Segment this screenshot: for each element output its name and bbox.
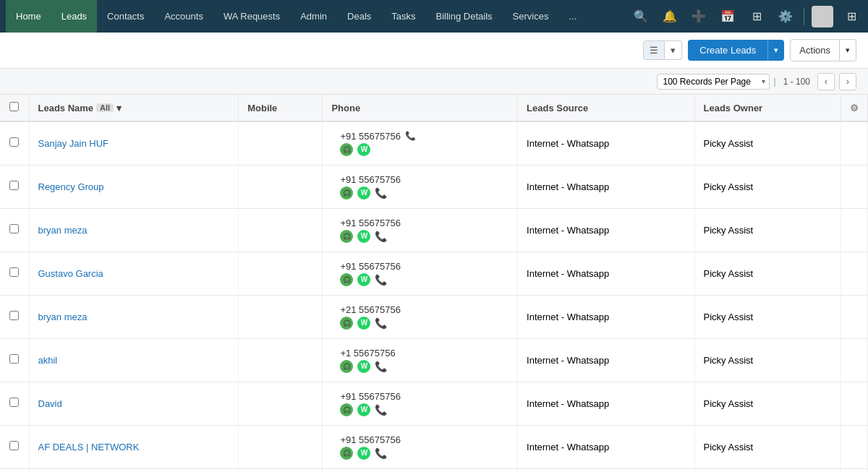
whatsapp-icon-3[interactable]: W xyxy=(357,273,370,286)
row-owner-7: Picky Assist xyxy=(694,425,841,468)
row-actions-7 xyxy=(841,425,868,468)
row-phone-8: +601165458382 🎧 W 📞 xyxy=(323,468,518,472)
lead-name-link-5[interactable]: akhil xyxy=(38,355,58,366)
row-lead-name-7: AF DEALS | NETWORK xyxy=(29,425,239,468)
headset-icon-2[interactable]: 🎧 xyxy=(340,230,353,243)
toolbar: ☰ ▾ Create Leads ▾ Actions ▾ xyxy=(0,33,868,69)
lead-source-6: Internet - Whatsapp xyxy=(527,398,609,409)
phone2-icon-3[interactable]: 📞 xyxy=(375,274,387,286)
headset-icon-0[interactable]: 🎧 xyxy=(340,143,353,156)
nav-item-deals[interactable]: Deals xyxy=(337,0,381,33)
headset-icon-6[interactable]: 🎧 xyxy=(340,403,353,416)
lead-name-link-2[interactable]: bryan meza xyxy=(38,225,88,236)
phone-number-2: +91 55675756 xyxy=(340,218,401,228)
phone2-icon-2[interactable]: 📞 xyxy=(375,231,387,242)
more-label: ... xyxy=(569,11,576,22)
row-checkbox-5 xyxy=(0,338,29,382)
whatsapp-icon-4[interactable]: W xyxy=(357,317,370,330)
apps-icon[interactable]: ⊞ xyxy=(841,6,862,27)
list-view-dropdown[interactable]: ▾ xyxy=(665,40,682,60)
row-select-2[interactable] xyxy=(9,224,19,233)
list-view-button[interactable]: ☰ xyxy=(643,40,665,60)
phone2-icon-4[interactable]: 📞 xyxy=(375,317,387,329)
leads-label: Leads xyxy=(61,11,87,22)
row-select-6[interactable] xyxy=(9,398,19,407)
row-source-2: Internet - Whatsapp xyxy=(518,208,694,252)
lead-source-3: Internet - Whatsapp xyxy=(527,268,609,279)
nav-item-contacts[interactable]: Contacts xyxy=(97,0,154,33)
create-leads-dropdown[interactable]: ▾ xyxy=(767,40,784,61)
nav-item-admin[interactable]: Admin xyxy=(290,0,337,33)
row-owner-4: Picky Assist xyxy=(694,295,841,338)
whatsapp-icon-5[interactable]: W xyxy=(357,360,370,373)
wa-requests-label: WA Requests xyxy=(224,11,280,22)
headset-icon-3[interactable]: 🎧 xyxy=(340,273,353,286)
settings-icon[interactable]: ⚙️ xyxy=(775,6,796,27)
lead-name-link-0[interactable]: Sanjay Jain HUF xyxy=(38,138,109,149)
header-leads-source: Leads Source xyxy=(518,95,694,121)
actions-button[interactable]: Actions xyxy=(790,39,840,61)
nav-item-wa-requests[interactable]: WA Requests xyxy=(213,0,290,33)
lead-owner-7: Picky Assist xyxy=(704,442,754,452)
phone2-icon-1[interactable]: 📞 xyxy=(375,187,387,199)
billing-label: Billing Details xyxy=(436,11,493,22)
nav-item-services[interactable]: Services xyxy=(503,0,559,33)
headset-icon-4[interactable]: 🎧 xyxy=(340,317,353,330)
whatsapp-icon-7[interactable]: W xyxy=(357,447,370,460)
phone-number-3: +91 55675756 xyxy=(340,261,401,272)
headset-icon-1[interactable]: 🎧 xyxy=(340,186,353,199)
whatsapp-icon-6[interactable]: W xyxy=(357,403,370,416)
lead-name-link-6[interactable]: David xyxy=(38,398,62,409)
row-select-1[interactable] xyxy=(9,181,19,190)
whatsapp-icon-0[interactable]: W xyxy=(357,143,370,156)
nav-item-billing[interactable]: Billing Details xyxy=(426,0,503,33)
row-select-4[interactable] xyxy=(9,311,19,320)
table-body: Sanjay Jain HUF +91 55675756 📞 🎧 W Inter… xyxy=(0,121,868,472)
phone2-icon-7[interactable]: 📞 xyxy=(375,447,387,459)
create-leads-button[interactable]: Create Leads xyxy=(688,40,767,61)
headset-icon-7[interactable]: 🎧 xyxy=(340,447,353,460)
search-icon[interactable]: 🔍 xyxy=(630,6,652,27)
select-all-checkbox[interactable] xyxy=(9,102,19,111)
phone-icon-0: 📞 xyxy=(405,131,416,141)
row-select-5[interactable] xyxy=(9,354,19,364)
calendar-icon[interactable]: 📅 xyxy=(717,6,739,27)
row-select-3[interactable] xyxy=(9,267,19,277)
row-select-0[interactable] xyxy=(9,137,19,147)
nav-item-accounts[interactable]: Accounts xyxy=(154,0,213,33)
phone2-icon-5[interactable]: 📞 xyxy=(375,361,387,372)
row-owner-2: Picky Assist xyxy=(694,208,841,252)
nav-item-more[interactable]: ... xyxy=(558,0,587,33)
phone2-icon-6[interactable]: 📞 xyxy=(375,404,387,416)
row-mobile-3 xyxy=(239,252,323,295)
next-page-button[interactable]: › xyxy=(839,73,856,90)
leads-name-filter-badge[interactable]: All xyxy=(96,103,114,112)
headset-icon-5[interactable]: 🎧 xyxy=(340,360,353,373)
row-actions-8 xyxy=(841,468,868,472)
row-select-7[interactable] xyxy=(9,441,19,450)
lead-name-link-7[interactable]: AF DEALS | NETWORK xyxy=(38,442,140,452)
table-header: Leads Name All ▾ Mobile Phone Leads Sour… xyxy=(0,95,868,121)
dashboard-icon[interactable]: ⊞ xyxy=(746,6,767,27)
prev-page-button[interactable]: ‹ xyxy=(817,73,835,90)
leads-name-filter[interactable]: Leads Name All ▾ xyxy=(38,103,122,113)
nav-item-home[interactable]: Home xyxy=(6,0,51,33)
row-source-6: Internet - Whatsapp xyxy=(518,382,694,425)
per-page-select[interactable]: 100 Records Per Page xyxy=(657,74,770,90)
lead-name-link-1[interactable]: Regency Group xyxy=(38,181,104,192)
row-actions-1 xyxy=(841,165,868,208)
lead-name-link-4[interactable]: bryan meza xyxy=(38,312,88,322)
avatar[interactable] xyxy=(812,6,833,27)
whatsapp-icon-2[interactable]: W xyxy=(357,230,370,243)
nav-item-leads[interactable]: Leads xyxy=(51,0,97,33)
whatsapp-icon-1[interactable]: W xyxy=(357,186,370,199)
lead-name-link-3[interactable]: Gustavo Garcia xyxy=(38,268,103,279)
column-settings[interactable]: ⚙ xyxy=(841,95,868,121)
phone-number-0: +91 55675756 xyxy=(340,131,401,142)
row-owner-6: Picky Assist xyxy=(694,382,841,425)
nav-item-tasks[interactable]: Tasks xyxy=(381,0,425,33)
add-icon[interactable]: ➕ xyxy=(688,6,710,27)
notification-icon[interactable]: 🔔 xyxy=(659,6,681,27)
row-lead-name-1: Regency Group xyxy=(29,165,239,208)
actions-dropdown[interactable]: ▾ xyxy=(840,39,856,61)
